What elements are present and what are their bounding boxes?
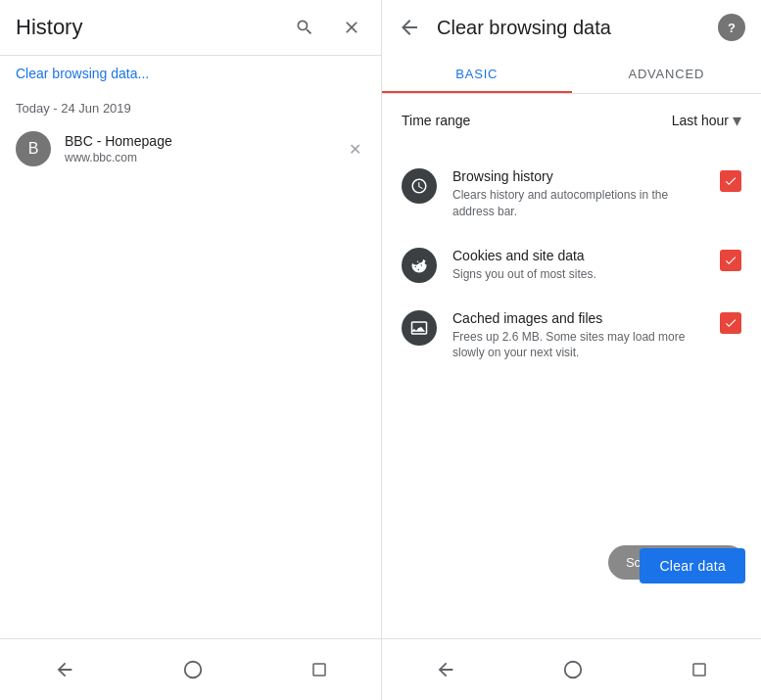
option-browsing-history-text: Browsing history Clears history and auto… (452, 168, 708, 220)
option-browsing-history: Browsing history Clears history and auto… (402, 155, 741, 234)
time-range-value: Last hour (672, 113, 729, 128)
time-range-label: Time range (402, 113, 470, 128)
history-panel: History Clear browsing data... Today - 2… (0, 0, 382, 700)
history-item-title: BBC - Homepage (65, 133, 345, 149)
right-home-nav[interactable] (554, 651, 592, 688)
browsing-history-checkbox[interactable] (720, 170, 741, 192)
cached-checkbox[interactable] (720, 312, 741, 334)
svg-rect-3 (693, 664, 705, 676)
help-button[interactable]: ? (718, 14, 745, 41)
history-text: BBC - Homepage www.bbc.com (65, 133, 345, 164)
image-icon (410, 319, 428, 337)
svg-point-0 (184, 662, 201, 678)
cookies-checkbox[interactable] (720, 250, 741, 271)
favicon-circle: B (16, 131, 51, 166)
checkmark-icon-2 (724, 254, 737, 267)
cookie-icon-bg (402, 248, 437, 283)
time-range-row: Time range Last hour ▾ (382, 94, 761, 147)
close-icon (342, 18, 361, 37)
header-icons (291, 14, 365, 41)
close-button[interactable] (338, 14, 365, 41)
clear-browsing-link[interactable]: Clear browsing data... (0, 56, 381, 91)
left-home-nav[interactable] (174, 651, 212, 688)
svg-point-2 (565, 662, 582, 678)
tabs-container: BASIC ADVANCED (382, 55, 761, 94)
history-title: History (16, 15, 291, 40)
date-label: Today - 24 Jun 2019 (0, 91, 381, 121)
image-icon-bg (402, 310, 437, 346)
left-square-nav[interactable] (303, 653, 336, 686)
tab-basic[interactable]: BASIC (382, 55, 572, 93)
history-item-close[interactable]: ✕ (345, 136, 365, 163)
option-cached-desc: Frees up 2.6 MB. Some sites may load mor… (452, 329, 708, 362)
right-header: Clear browsing data ? (382, 0, 761, 55)
option-cached-text: Cached images and files Frees up 2.6 MB.… (452, 310, 708, 362)
option-cached: Cached images and files Frees up 2.6 MB.… (402, 297, 741, 376)
checkmark-icon (724, 174, 737, 188)
bottom-actions-area: Screenshot saved Clear data (382, 521, 761, 638)
clock-icon (410, 177, 428, 195)
search-button[interactable] (291, 14, 318, 41)
right-nav-bar (382, 638, 761, 700)
option-cookies: Cookies and site data Signs you out of m… (402, 234, 741, 297)
search-icon (295, 18, 314, 37)
option-browsing-history-desc: Clears history and autocompletions in th… (452, 187, 708, 220)
option-cached-title: Cached images and files (452, 310, 708, 326)
left-nav-bar (0, 638, 381, 700)
tab-advanced[interactable]: ADVANCED (572, 55, 762, 93)
right-square-nav[interactable] (683, 653, 716, 686)
option-cookies-desc: Signs you out of most sites. (452, 266, 708, 283)
history-item-url: www.bbc.com (65, 151, 345, 164)
dropdown-arrow-icon: ▾ (733, 110, 741, 131)
checkmark-icon-3 (724, 316, 737, 330)
right-panel-title: Clear browsing data (437, 17, 718, 39)
clock-icon-bg (402, 168, 437, 204)
option-cookies-title: Cookies and site data (452, 248, 708, 263)
right-back-nav[interactable] (427, 651, 464, 688)
right-back-button[interactable] (398, 16, 421, 39)
clear-data-button[interactable]: Clear data (640, 548, 745, 583)
option-browsing-history-title: Browsing history (452, 168, 708, 184)
clear-browsing-panel: Clear browsing data ? BASIC ADVANCED Tim… (382, 0, 761, 700)
time-range-select[interactable]: Last hour ▾ (672, 110, 741, 131)
history-header: History (0, 0, 381, 56)
history-item: B BBC - Homepage www.bbc.com ✕ (0, 121, 381, 176)
svg-rect-1 (313, 664, 325, 676)
left-back-nav[interactable] (46, 651, 83, 688)
option-cookies-text: Cookies and site data Signs you out of m… (452, 248, 708, 283)
options-list: Browsing history Clears history and auto… (382, 147, 761, 521)
cookie-icon (410, 257, 428, 274)
